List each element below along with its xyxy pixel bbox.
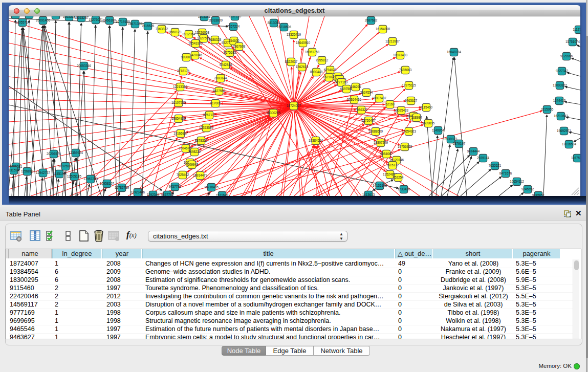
svg-text:8878332: 8878332 — [195, 139, 208, 142]
svg-text:9474444: 9474444 — [467, 149, 480, 153]
svg-text:16961758: 16961758 — [305, 50, 320, 54]
svg-text:12213967: 12213967 — [385, 39, 400, 43]
svg-text:8675685: 8675685 — [224, 51, 236, 54]
svg-text:8427552: 8427552 — [213, 89, 226, 93]
svg-text:19854925: 19854925 — [171, 117, 186, 120]
svg-text:6879197: 6879197 — [453, 142, 466, 145]
svg-text:20206576: 20206576 — [47, 152, 61, 156]
svg-text:17359924: 17359924 — [69, 151, 83, 155]
svg-text:10807487: 10807487 — [372, 96, 387, 100]
svg-text:16033809: 16033809 — [208, 18, 223, 22]
svg-text:154600: 154600 — [228, 39, 239, 42]
svg-text:931594: 931594 — [9, 168, 19, 172]
svg-text:3624554: 3624554 — [360, 91, 373, 94]
svg-text:16107552: 16107552 — [171, 101, 186, 104]
svg-text:8813054: 8813054 — [268, 21, 280, 25]
svg-text:19384554: 19384554 — [309, 139, 323, 142]
svg-text:3498222: 3498222 — [188, 150, 201, 154]
svg-text:17016504: 17016504 — [562, 142, 577, 146]
svg-text:10958107: 10958107 — [100, 182, 115, 185]
svg-text:18807249: 18807249 — [374, 141, 388, 144]
svg-text:10973493: 10973493 — [393, 53, 408, 57]
svg-text:1140954: 1140954 — [432, 128, 445, 132]
svg-text:15751074: 15751074 — [565, 40, 580, 43]
svg-text:9245651: 9245651 — [532, 193, 545, 196]
svg-text:15276021: 15276021 — [89, 18, 103, 21]
svg-text:7515526: 7515526 — [142, 24, 155, 28]
svg-text:16210643: 16210643 — [554, 114, 569, 118]
svg-text:6794028: 6794028 — [324, 68, 337, 72]
svg-text:8912954: 8912954 — [183, 32, 195, 36]
svg-text:12923446: 12923446 — [130, 190, 145, 194]
svg-text:13325419: 13325419 — [287, 33, 301, 36]
svg-text:8186328: 8186328 — [209, 38, 222, 41]
svg-text:10688609: 10688609 — [368, 129, 383, 133]
svg-text:20053346: 20053346 — [77, 64, 92, 68]
svg-text:168984: 168984 — [411, 116, 422, 119]
svg-text:2803144: 2803144 — [214, 76, 227, 80]
svg-text:16648784: 16648784 — [447, 50, 462, 54]
svg-text:9115460: 9115460 — [420, 105, 433, 109]
svg-text:19218506: 19218506 — [277, 25, 292, 29]
svg-text:14136141: 14136141 — [373, 184, 387, 187]
svg-text:2367608: 2367608 — [233, 45, 246, 48]
svg-text:19166827: 19166827 — [173, 132, 188, 135]
svg-text:6466160: 6466160 — [103, 18, 116, 22]
svg-text:9129966: 9129966 — [560, 54, 573, 58]
svg-text:14055714: 14055714 — [15, 20, 30, 24]
svg-text:1615132: 1615132 — [386, 163, 399, 167]
svg-text:1244413: 1244413 — [553, 99, 566, 102]
svg-text:1733426: 1733426 — [398, 187, 410, 191]
svg-text:989003: 989003 — [181, 55, 192, 59]
svg-text:1292344: 1292344 — [147, 193, 160, 196]
svg-text:9245652: 9245652 — [521, 187, 534, 191]
svg-text:12505135: 12505135 — [67, 174, 82, 178]
svg-text:2687682: 2687682 — [365, 18, 378, 22]
svg-text:9242848: 9242848 — [220, 63, 232, 67]
svg-text:252254: 252254 — [393, 176, 404, 179]
svg-text:8267110: 8267110 — [203, 113, 216, 117]
svg-text:8660123: 8660123 — [169, 30, 182, 34]
svg-text:7163822: 7163822 — [156, 27, 168, 31]
svg-text:12093822: 12093822 — [553, 83, 568, 87]
svg-text:1065530: 1065530 — [50, 16, 62, 17]
svg-text:8322037: 8322037 — [285, 60, 298, 63]
svg-text:1145194: 1145194 — [53, 172, 66, 176]
svg-text:7625402: 7625402 — [177, 173, 189, 177]
svg-text:1413613: 1413613 — [362, 193, 375, 196]
svg-text:2718176: 2718176 — [177, 69, 190, 73]
svg-text:17957253: 17957253 — [83, 177, 98, 181]
svg-text:12975115: 12975115 — [402, 83, 416, 87]
svg-text:9463627: 9463627 — [405, 99, 418, 102]
svg-text:7955812: 7955812 — [316, 58, 329, 62]
svg-text:917006: 917006 — [210, 101, 221, 105]
svg-text:8990448: 8990448 — [310, 70, 323, 74]
svg-text:15720407: 15720407 — [361, 119, 376, 122]
svg-text:9227342: 9227342 — [556, 69, 569, 73]
svg-text:20364436: 20364436 — [347, 98, 362, 101]
svg-text:16671355: 16671355 — [128, 22, 143, 26]
svg-text:10654112: 10654112 — [510, 180, 524, 183]
svg-text:18300295: 18300295 — [266, 111, 281, 115]
svg-text:18640910: 18640910 — [296, 41, 311, 45]
svg-text:18724007: 18724007 — [287, 104, 301, 107]
svg-text:16782759: 16782759 — [115, 186, 129, 189]
svg-text:15716485: 15716485 — [204, 185, 219, 189]
svg-text:9084067: 9084067 — [380, 152, 393, 156]
svg-text:746266: 746266 — [350, 85, 361, 89]
svg-text:12353594: 12353594 — [199, 126, 214, 129]
svg-text:90975887: 90975887 — [58, 164, 73, 168]
svg-text:9457792: 9457792 — [161, 193, 174, 196]
svg-text:16914479: 16914479 — [193, 173, 208, 177]
svg-text:19692971: 19692971 — [557, 129, 572, 133]
svg-text:7632621: 7632621 — [489, 164, 502, 167]
svg-text:12213369: 12213369 — [173, 85, 188, 89]
svg-text:9777169: 9777169 — [335, 80, 348, 84]
svg-text:16154808: 16154808 — [376, 27, 390, 31]
svg-text:19756928: 19756928 — [398, 145, 412, 148]
svg-text:10653287: 10653287 — [74, 16, 89, 19]
svg-text:1156819: 1156819 — [21, 169, 34, 173]
svg-text:7485063: 7485063 — [399, 68, 412, 72]
svg-text:9457791: 9457791 — [169, 185, 182, 188]
svg-text:7357224: 7357224 — [227, 25, 240, 28]
